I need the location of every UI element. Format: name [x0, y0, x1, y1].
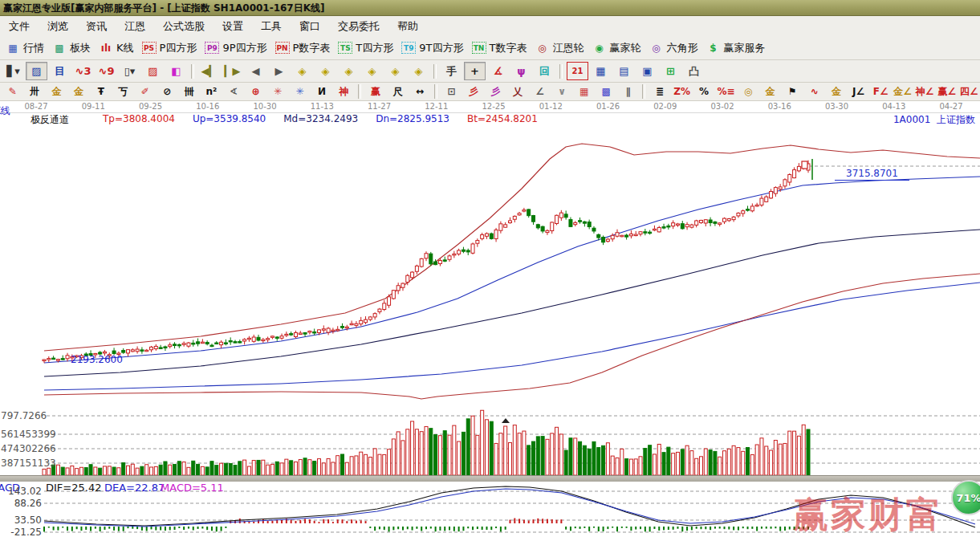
- menu-help[interactable]: 帮助: [388, 16, 427, 36]
- chart-area[interactable]: 08-2709-1109-2510-1610-3011-1311-2712-11…: [0, 101, 980, 541]
- gold-lines-icon[interactable]: 金: [760, 83, 781, 100]
- fan-dark-icon[interactable]: 乂: [507, 83, 528, 100]
- gold-grid2-icon[interactable]: 金: [69, 83, 90, 100]
- brush-icon[interactable]: ✎: [2, 83, 23, 100]
- spiral-icon[interactable]: 丂: [113, 83, 134, 100]
- gann-diamond-fit-icon[interactable]: ◈: [408, 62, 429, 80]
- f10-info-icon[interactable]: 目: [49, 62, 71, 80]
- f-grid-icon[interactable]: Ŧ: [91, 83, 112, 100]
- calculator-icon[interactable]: ▦: [590, 62, 612, 80]
- kline-button[interactable]: ılıK线: [99, 41, 134, 55]
- measure-icon[interactable]: ∡: [487, 62, 509, 80]
- gann-diamond-down-icon[interactable]: ◈: [384, 62, 406, 80]
- sectors-button[interactable]: ▩板块: [52, 41, 91, 55]
- grid-corner-icon[interactable]: ▩: [596, 83, 616, 100]
- grid-fill-icon[interactable]: ▦: [574, 83, 595, 100]
- v-lines-icon[interactable]: ∨: [551, 83, 572, 100]
- gann-diamond-left-icon[interactable]: ◈: [291, 62, 313, 80]
- hand-pan-icon[interactable]: 手: [441, 62, 462, 80]
- volume-profile-icon[interactable]: ◧: [165, 62, 187, 80]
- price-scale-icon[interactable]: ≣: [649, 83, 670, 100]
- save-icon[interactable]: ▣: [636, 62, 658, 80]
- crosshair-icon[interactable]: +: [464, 62, 486, 80]
- panel-splitter[interactable]: [0, 475, 980, 482]
- ying-angle-icon[interactable]: 赢∠: [937, 83, 958, 100]
- tree-tool-icon[interactable]: ψ: [510, 62, 532, 80]
- notes-icon[interactable]: ▤: [613, 62, 635, 80]
- hexagon-button[interactable]: ◎六角形: [649, 41, 697, 55]
- menu-file[interactable]: 文件: [0, 16, 39, 36]
- pattern-box-icon[interactable]: ▨: [142, 62, 164, 80]
- fan-lines-icon[interactable]: 彡: [463, 83, 484, 100]
- winner-wheel-button[interactable]: ◉赢家轮: [592, 41, 640, 55]
- 9p-square-button[interactable]: P99P四方形: [205, 41, 266, 55]
- gold-underline-icon[interactable]: 金: [826, 83, 847, 100]
- ying-ruler-icon[interactable]: 赢: [365, 83, 386, 100]
- prev-bar-icon[interactable]: ◀: [245, 62, 266, 80]
- t-number-table-button[interactable]: TNT数字表: [472, 41, 527, 55]
- t-square-button[interactable]: TST四方形: [338, 41, 393, 55]
- percent-lines-icon[interactable]: %≡: [716, 83, 737, 100]
- kline-period-icon[interactable]: ▋▾: [2, 62, 24, 80]
- gold-grid-icon[interactable]: 金: [47, 83, 67, 100]
- width-measure-icon[interactable]: ↔: [409, 83, 430, 100]
- angle-ruler-icon[interactable]: ∢: [223, 83, 244, 100]
- gann-diamond-mid-icon[interactable]: ◈: [315, 62, 336, 80]
- menu-tools[interactable]: 工具: [252, 16, 291, 36]
- pen-tool-icon[interactable]: ✐: [135, 83, 156, 100]
- share-icon[interactable]: ⊞: [660, 62, 681, 80]
- percent-icon[interactable]: %: [693, 83, 714, 100]
- shen-angle-icon[interactable]: 神∠: [914, 83, 935, 100]
- f-angle-icon[interactable]: F∠: [870, 83, 891, 100]
- compare-3-icon[interactable]: ∿3: [72, 62, 94, 80]
- gold-angle-icon[interactable]: 金∠: [893, 83, 913, 100]
- j-angle-icon[interactable]: J∠: [848, 83, 869, 100]
- volume-axis-label: 561453399: [1, 429, 56, 440]
- 9t-square-button[interactable]: T99T四方形: [401, 41, 463, 55]
- wave-box-icon[interactable]: ∿: [804, 83, 825, 100]
- si-angle-icon[interactable]: 四∠: [959, 83, 980, 100]
- p-number-table-button[interactable]: PNP数字表: [275, 41, 331, 55]
- n2-icon[interactable]: n²: [201, 83, 222, 100]
- p-square-button[interactable]: PSP四方形: [142, 41, 197, 55]
- compare-9-icon[interactable]: ∿9: [96, 62, 117, 80]
- gann-diamond-right-icon[interactable]: ◈: [338, 62, 360, 80]
- title-bar[interactable]: 赢家江恩专业版[赢家内部服务平台] - [上证指数 SH1A0001-167日K…: [0, 0, 980, 16]
- gann-diamond-up-icon[interactable]: ◈: [361, 62, 383, 80]
- percent-angle-icon[interactable]: Z%: [672, 83, 693, 100]
- ruler-123-icon[interactable]: 尺: [388, 83, 409, 100]
- parallel-lines-icon[interactable]: ∥: [618, 83, 639, 100]
- calendar-icon[interactable]: 21: [567, 62, 588, 80]
- quotes-button[interactable]: ▦行情: [6, 41, 44, 55]
- candle-style-icon[interactable]: ▯▾: [119, 62, 140, 80]
- last-page-icon[interactable]: ▎▶: [222, 62, 243, 80]
- menu-formula-stock-pick[interactable]: 公式选股: [154, 16, 213, 36]
- angle-lines-icon[interactable]: ∠: [530, 83, 551, 100]
- time-circle-icon[interactable]: ⊘: [157, 83, 178, 100]
- grid-ruler-icon[interactable]: 卌: [179, 83, 200, 100]
- square-web-icon[interactable]: ✳: [290, 83, 311, 100]
- target-icon[interactable]: ⊕: [246, 83, 266, 100]
- menu-news[interactable]: 资讯: [77, 16, 116, 36]
- winner-service-button[interactable]: $赢家服务: [706, 41, 765, 55]
- winner-wheel-icon: ◉: [592, 42, 606, 55]
- menu-settings[interactable]: 设置: [213, 16, 252, 36]
- menu-gann[interactable]: 江恩: [116, 16, 154, 36]
- menu-browse[interactable]: 浏览: [39, 16, 77, 36]
- brain-tool-icon[interactable]: 回: [534, 62, 555, 80]
- shen-grid-icon[interactable]: 神: [334, 83, 355, 100]
- gann-line-icon[interactable]: 卅: [25, 83, 46, 100]
- flag-pen-icon[interactable]: ⚑: [782, 83, 803, 100]
- multi-chart-icon[interactable]: ▨: [26, 62, 47, 80]
- menu-trade-order[interactable]: 交易委托: [329, 16, 388, 36]
- box-tool-icon[interactable]: ⊡: [441, 83, 462, 100]
- next-bar-icon[interactable]: ▶: [268, 62, 290, 80]
- print-icon[interactable]: 凸: [683, 62, 705, 80]
- spider-web-icon[interactable]: ✳: [267, 83, 288, 100]
- gann-wheel-button[interactable]: ◎江恩轮: [535, 41, 584, 55]
- first-page-icon[interactable]: ◀▎: [198, 62, 220, 80]
- fan-box-icon[interactable]: 彡: [486, 83, 506, 100]
- gold-circle-icon[interactable]: ◎: [738, 83, 758, 100]
- wave-count-icon[interactable]: И: [311, 83, 332, 100]
- menu-window[interactable]: 窗口: [291, 16, 329, 36]
